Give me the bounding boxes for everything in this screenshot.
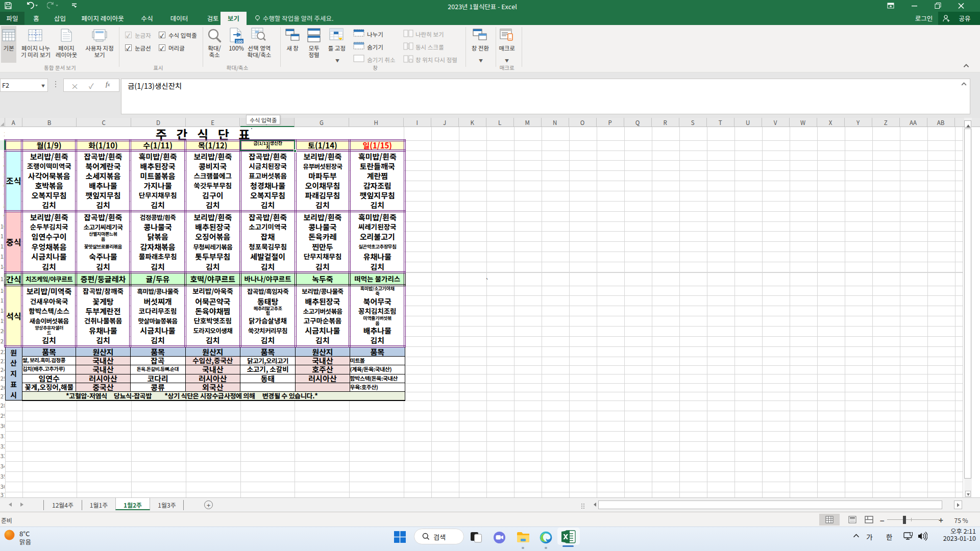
svg-text:100: 100 [236, 38, 243, 44]
